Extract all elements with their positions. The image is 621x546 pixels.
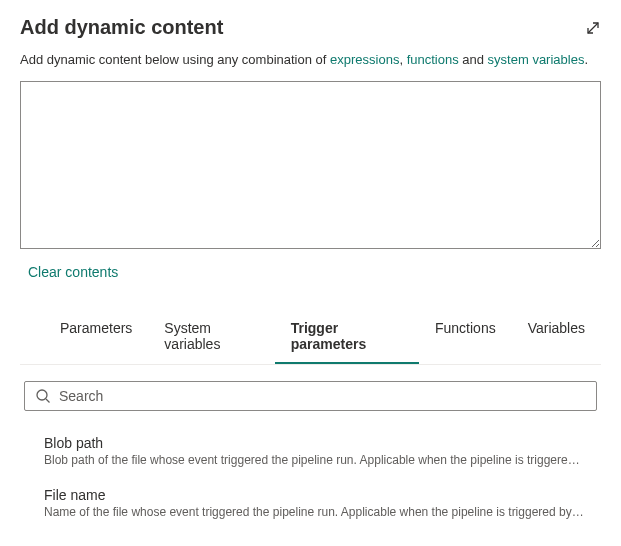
tab-system-variables[interactable]: System variables: [148, 312, 274, 364]
description-text: Add dynamic content below using any comb…: [20, 51, 601, 69]
svg-line-2: [46, 399, 50, 403]
clear-contents-button[interactable]: Clear contents: [28, 264, 118, 280]
trigger-parameters-list: Blob path Blob path of the file whose ev…: [20, 435, 601, 519]
functions-link[interactable]: functions: [407, 52, 459, 67]
system-variables-link[interactable]: system variables: [488, 52, 585, 67]
search-icon: [35, 388, 51, 404]
list-item[interactable]: File name Name of the file whose event t…: [44, 487, 597, 519]
item-description: Blob path of the file whose event trigge…: [44, 453, 584, 467]
tab-variables[interactable]: Variables: [512, 312, 601, 364]
list-item[interactable]: Blob path Blob path of the file whose ev…: [44, 435, 597, 467]
expressions-link[interactable]: expressions: [330, 52, 399, 67]
item-description: Name of the file whose event triggered t…: [44, 505, 584, 519]
search-input[interactable]: [59, 388, 586, 404]
tab-parameters[interactable]: Parameters: [44, 312, 148, 364]
expression-editor[interactable]: [20, 81, 601, 249]
search-box[interactable]: [24, 381, 597, 411]
expand-icon[interactable]: [585, 20, 601, 36]
svg-point-1: [37, 390, 47, 400]
panel-header: Add dynamic content: [20, 16, 601, 39]
tabs-bar: Parameters System variables Trigger para…: [20, 312, 601, 365]
item-title: File name: [44, 487, 597, 503]
tab-functions[interactable]: Functions: [419, 312, 512, 364]
tab-trigger-parameters[interactable]: Trigger parameters: [275, 312, 419, 364]
page-title: Add dynamic content: [20, 16, 223, 39]
item-title: Blob path: [44, 435, 597, 451]
svg-line-0: [588, 23, 598, 33]
search-container: [24, 381, 597, 411]
